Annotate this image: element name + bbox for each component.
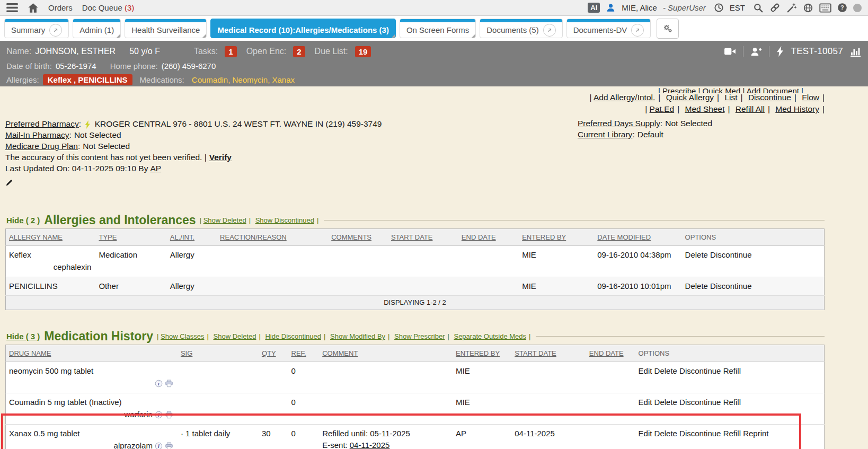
open-new-window-icon[interactable] <box>543 24 556 37</box>
med-row-options[interactable]: Edit Delete Discontinue Refill <box>639 366 741 375</box>
sort-start-date[interactable]: START DATE <box>515 349 556 357</box>
med-row-options[interactable]: Edit Delete Discontinue Refill <box>639 398 741 407</box>
med-ref: 0 <box>291 429 296 438</box>
home-icon[interactable] <box>28 3 39 13</box>
med-entered-by: MIE <box>456 366 470 375</box>
print-icon[interactable] <box>165 380 173 388</box>
show-classes-link[interactable]: Show Classes <box>161 332 209 340</box>
medication-hide-link[interactable]: Hide ( 3 ) <box>6 332 40 341</box>
current-library-link[interactable]: Current Library <box>578 130 635 139</box>
sort-ref[interactable]: REF. <box>291 349 306 357</box>
sort-sig[interactable]: SIG <box>181 349 192 357</box>
doc-queue-menu[interactable]: Doc Queue (3) <box>82 3 134 12</box>
tab-health-surveillance[interactable]: Health Surveillance <box>125 19 207 38</box>
med-row-options[interactable]: Edit Delete Discontinue Refill Reprint <box>639 429 769 438</box>
drug-name: Xanax 0.5 mg tablet <box>9 429 79 438</box>
tab-on-screen-forms[interactable]: On Screen Forms <box>400 19 476 38</box>
med-history-link[interactable]: Med History <box>775 104 825 113</box>
show-discontinued-link[interactable]: Show Discontinued <box>255 216 319 224</box>
sort-allergy-name[interactable]: ALLERGY NAME <box>9 233 63 241</box>
clock-icon[interactable] <box>714 3 724 13</box>
sort-type[interactable]: TYPE <box>99 233 117 241</box>
sort-reaction[interactable]: REACTION/REASON <box>220 233 287 241</box>
bar-chart-icon[interactable] <box>850 47 862 57</box>
sort-start-date[interactable]: START DATE <box>391 233 433 241</box>
allergy-entered-by: MIE <box>522 281 536 290</box>
open-new-window-icon[interactable] <box>631 24 644 37</box>
link-icon[interactable] <box>769 2 781 13</box>
ai-badge[interactable]: AI <box>588 3 600 13</box>
drug-info-icon[interactable]: i <box>155 442 163 449</box>
menu-icon[interactable] <box>6 3 18 12</box>
tab-documents[interactable]: Documents (5) <box>480 19 562 38</box>
svg-text:?: ? <box>840 4 844 11</box>
tab-health-label: Health Surveillance <box>131 25 200 34</box>
show-deleted-link[interactable]: Show Deleted <box>214 332 261 340</box>
pat-ed-link[interactable]: Pat.Ed <box>650 104 680 113</box>
quick-allergy-link[interactable]: Quick Allergy <box>666 93 719 102</box>
hide-discontinued-link[interactable]: Hide Discontinued <box>265 332 325 340</box>
allergy-row-options[interactable]: Delete Discontinue <box>685 281 752 290</box>
allergies-badge[interactable]: Keflex , PENICILLINS <box>43 74 132 85</box>
keyboard-icon[interactable] <box>819 3 831 13</box>
sort-al-int[interactable]: AL./INT. <box>170 233 194 241</box>
drug-info-icon[interactable]: i <box>155 411 163 419</box>
tab-documents-dv[interactable]: Documents-DV <box>566 19 651 38</box>
prescribe-links-row[interactable]: | Prescribe | Quick Med | Add Document | <box>658 86 803 93</box>
sort-end-date[interactable]: END DATE <box>462 233 496 241</box>
list-link[interactable]: List <box>724 93 742 102</box>
drug-info-icon[interactable]: i <box>155 380 163 388</box>
sort-qty[interactable]: QTY <box>262 349 276 357</box>
allergy-row-options[interactable]: Delete Discontinue <box>685 250 752 259</box>
preferred-pharmacy-link[interactable]: Preferred Pharmacy <box>5 119 81 128</box>
show-prescriber-link[interactable]: Show Prescriber <box>394 332 449 340</box>
allergies-hide-link[interactable]: Hide ( 2 ) <box>6 216 40 225</box>
tasks-count-badge[interactable]: 1 <box>225 46 236 57</box>
sort-end-date[interactable]: END DATE <box>589 349 624 357</box>
lightning-icon[interactable] <box>776 46 784 57</box>
verify-link[interactable]: Verify <box>209 153 232 162</box>
refill-all-link[interactable]: Refill All <box>736 104 770 113</box>
separate-outside-meds-link[interactable]: Separate Outside Meds <box>454 332 530 340</box>
clipped-action-links: | Prescribe | Quick Med | Add Document | <box>5 86 803 93</box>
help-icon[interactable]: ? <box>837 3 847 13</box>
sort-drug-name[interactable]: DRUG NAME <box>9 349 51 357</box>
discontinue-link[interactable]: Discontinue <box>748 93 796 102</box>
edit-pencil-icon[interactable] <box>5 179 13 187</box>
tab-medical-record[interactable]: Medical Record (10):Allergies/Medication… <box>210 19 395 38</box>
esent-date-link[interactable]: 04-11-2025 <box>350 441 390 449</box>
add-person-icon[interactable] <box>750 47 762 57</box>
print-icon[interactable] <box>165 411 173 419</box>
mailin-pharmacy-link[interactable]: Mail-In Pharmacy <box>5 130 72 139</box>
globe-icon[interactable] <box>803 3 813 13</box>
show-deleted-link[interactable]: Show Deleted <box>203 216 251 224</box>
sort-entered-by[interactable]: ENTERED BY <box>456 349 500 357</box>
orders-menu[interactable]: Orders <box>48 3 73 12</box>
sort-date-modified[interactable]: DATE MODIFIED <box>597 233 651 241</box>
open-new-window-icon[interactable] <box>49 24 62 37</box>
tab-settings-icon[interactable] <box>657 19 679 39</box>
tab-summary[interactable]: Summary <box>4 19 69 38</box>
allergy-row-keflex: Keflex cephalexin Medication Allergy MIE… <box>6 246 825 277</box>
medicare-plan-link[interactable]: Medicare Drug Plan <box>5 142 80 151</box>
add-allergy-link[interactable]: Add Allergy/Intol. <box>594 93 660 102</box>
due-list-count-badge[interactable]: 19 <box>355 46 371 57</box>
user-name[interactable]: MIE, Alice <box>622 3 657 12</box>
legend-rule <box>536 336 825 337</box>
flow-link[interactable]: Flow <box>802 93 825 102</box>
days-supply-link[interactable]: Preferred Days Supply <box>578 119 662 128</box>
wand-icon[interactable] <box>786 3 797 13</box>
medication-legend: Hide ( 3 ) Medication History Show Class… <box>5 329 825 344</box>
print-icon[interactable] <box>165 442 173 449</box>
sort-entered-by[interactable]: ENTERED BY <box>522 233 566 241</box>
search-icon[interactable] <box>753 3 764 13</box>
updated-by-link[interactable]: AP <box>150 164 161 173</box>
patient-banner: Name: JOHNSON, ESTHER 50 y/o F Tasks: 1 … <box>0 41 868 86</box>
tab-admin[interactable]: Admin (1) <box>73 19 121 38</box>
sort-comments[interactable]: COMMENTS <box>331 233 371 241</box>
sort-comment[interactable]: COMMENT <box>322 349 358 357</box>
video-camera-icon[interactable] <box>724 47 736 56</box>
show-modified-by-link[interactable]: Show Modified By <box>330 332 389 340</box>
open-enc-count-badge[interactable]: 2 <box>293 46 305 57</box>
med-sheet-link[interactable]: Med Sheet <box>685 104 730 113</box>
